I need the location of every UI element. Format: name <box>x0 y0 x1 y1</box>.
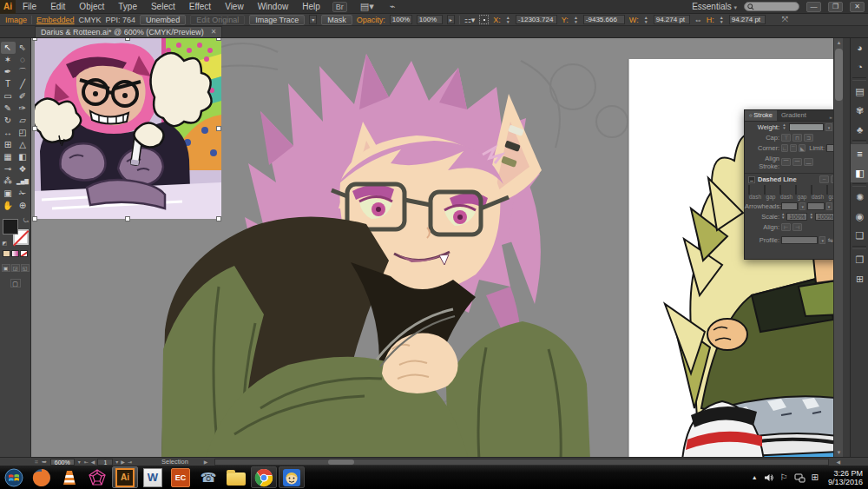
taskbar-vlc[interactable] <box>56 466 82 488</box>
tool-artboard[interactable]: ▣ <box>1 188 16 200</box>
align-dropdown-icon[interactable]: ⚏▾ <box>464 16 476 24</box>
horizontal-scroll-thumb[interactable] <box>328 459 354 465</box>
profile-caret[interactable]: ▾ <box>819 236 825 244</box>
tool-column-graph[interactable]: ▂▅▇ <box>16 175 30 188</box>
status-collapse-icon[interactable]: ◀ <box>836 459 868 465</box>
tool-blend[interactable]: ❖ <box>16 163 30 175</box>
menu-file[interactable]: File <box>16 0 43 14</box>
menu-edit[interactable]: Edit <box>43 0 72 14</box>
document-tab[interactable]: Darius & Rotteen.ai* @ 600% (CMYK/Previe… <box>35 26 222 37</box>
tool-pencil[interactable]: ✎ <box>1 102 16 115</box>
opacity-field[interactable]: 100% <box>390 15 412 24</box>
gap-field-3[interactable] <box>826 185 828 195</box>
taskbar-vault-boy[interactable] <box>279 466 305 488</box>
tool-shaper[interactable]: ✑ <box>16 102 30 115</box>
draw-behind-icon[interactable]: ◲ <box>11 264 20 272</box>
dock-transparency-icon[interactable]: ❏ <box>851 226 868 245</box>
selection-handle[interactable] <box>216 126 221 131</box>
taskbar-wireframe-app[interactable] <box>84 466 110 488</box>
selection-handle[interactable] <box>32 216 37 221</box>
scale-end-stepper[interactable]: ▲▼ <box>809 213 812 221</box>
tool-lasso[interactable]: ◌ <box>16 54 30 66</box>
arrange-documents-icon[interactable]: ▤▾ <box>358 2 377 12</box>
fill-swatch[interactable] <box>3 219 18 235</box>
tool-free-transform[interactable]: ◰ <box>16 127 30 139</box>
tool-width[interactable]: ↔ <box>1 127 16 139</box>
tool-scale[interactable]: ▱ <box>16 115 30 127</box>
draw-normal-icon[interactable]: ▣ <box>2 264 10 272</box>
tool-line-segment[interactable]: ╱ <box>16 78 30 90</box>
tool-perspective-grid[interactable]: △ <box>16 139 30 151</box>
minimize-button[interactable]: — <box>806 2 821 12</box>
dock-stroke-icon[interactable]: ≡ <box>851 144 868 163</box>
weight-field[interactable] <box>789 123 824 131</box>
arrowhead-start-caret[interactable]: ▾ <box>799 202 806 210</box>
app-logo[interactable]: Ai <box>0 0 16 14</box>
scroll-down-icon[interactable]: ▼ <box>834 448 843 457</box>
first-artboard-icon[interactable]: ⇤ <box>84 459 89 465</box>
prev-artboard-icon[interactable]: ◀ <box>91 459 95 465</box>
selection-handle[interactable] <box>125 216 130 221</box>
h-field[interactable]: 94.274 pt <box>729 15 766 24</box>
menu-view[interactable]: View <box>218 0 251 14</box>
dashed-line-checkbox[interactable]: – <box>748 176 755 183</box>
menu-help[interactable]: Help <box>295 0 327 14</box>
tool-rectangle[interactable]: ▭ <box>1 90 16 102</box>
selection-handle[interactable] <box>216 216 221 221</box>
dock-color-guide-icon[interactable]: ◔ <box>851 57 868 76</box>
dash-preserve-button[interactable]: ┄ <box>819 175 829 183</box>
tool-paintbrush[interactable]: ✐ <box>16 90 30 102</box>
align-stroke-center-button[interactable]: ⎺ <box>781 158 791 166</box>
menu-select[interactable]: Select <box>144 0 182 14</box>
tool-zoom[interactable]: ⊕ <box>16 200 30 212</box>
color-button[interactable] <box>3 250 10 257</box>
gradient-button[interactable] <box>11 250 19 257</box>
tool-mesh[interactable]: ▦ <box>1 151 16 163</box>
embedded-link[interactable]: Embedded <box>36 16 75 24</box>
tool-symbol-sprayer[interactable]: ⁂ <box>1 175 16 188</box>
transform-icon[interactable]: ⤧ <box>782 15 788 24</box>
align-arrow-tip-button[interactable]: ⊢ <box>781 223 791 231</box>
status-expand-icon[interactable]: ▶ <box>204 459 208 465</box>
next-artboard-icon[interactable]: ▶ <box>121 459 125 465</box>
horizontal-scrollbar[interactable] <box>214 459 829 466</box>
gap-field-1[interactable] <box>764 185 766 195</box>
menu-type[interactable]: Type <box>111 0 144 14</box>
tab-stroke[interactable]: ○ Stroke <box>745 110 777 121</box>
selection-handle[interactable] <box>32 126 37 131</box>
y-field[interactable]: -9435.666 p <box>583 15 625 24</box>
weight-caret[interactable]: ▾ <box>825 123 832 131</box>
corner-round-button[interactable]: ⌒ <box>790 144 797 152</box>
tool-shape-builder[interactable]: ⊞ <box>1 139 16 151</box>
tool-eyedropper[interactable]: ⊸ <box>1 163 16 175</box>
w-stepper[interactable]: ▲▼ <box>643 16 649 24</box>
x-stepper[interactable]: ▲▼ <box>505 16 511 24</box>
dock-brushes-icon[interactable]: ♣ <box>851 120 868 139</box>
zoom-caret-icon[interactable]: ▾ <box>78 459 81 465</box>
artboard-number-field[interactable]: 1 <box>97 459 113 466</box>
edit-original-button[interactable]: Edit Original <box>190 15 245 25</box>
weight-stepper[interactable]: ▲▼ <box>781 123 787 131</box>
menu-object[interactable]: Object <box>72 0 111 14</box>
windows-tray-icon[interactable]: ⊞ <box>812 472 819 482</box>
dock-graphic-styles-icon[interactable]: ◉ <box>851 207 868 226</box>
taskbar-chrome[interactable] <box>251 466 277 488</box>
taskbar-office-ec[interactable]: EC <box>168 466 194 488</box>
selection-handle[interactable] <box>216 38 221 41</box>
dock-symbols-icon[interactable]: ✾ <box>851 101 868 120</box>
tool-magic-wand[interactable]: ✶ <box>1 54 16 66</box>
selection-handle[interactable] <box>125 38 130 41</box>
image-trace-caret[interactable]: ▾ <box>309 15 317 24</box>
vertical-scroll-thumb[interactable] <box>835 49 843 101</box>
arrowhead-start-field[interactable] <box>781 202 798 210</box>
taskbar-illustrator[interactable]: Ai <box>112 466 138 488</box>
align-stroke-outside-button[interactable]: ⎼ <box>804 158 813 166</box>
dock-color-icon[interactable]: ◕ <box>851 38 868 57</box>
start-button[interactable] <box>1 466 27 488</box>
tool-gradient[interactable]: ◧ <box>16 151 30 163</box>
unembed-button[interactable]: Unembed <box>140 15 186 25</box>
taskbar-firefox[interactable] <box>29 466 55 488</box>
dock-appearance-icon[interactable]: ✺ <box>851 188 868 207</box>
hidden-icons-button[interactable]: ▲ <box>752 474 758 480</box>
default-fill-stroke-icon[interactable]: ◩ <box>3 240 8 246</box>
